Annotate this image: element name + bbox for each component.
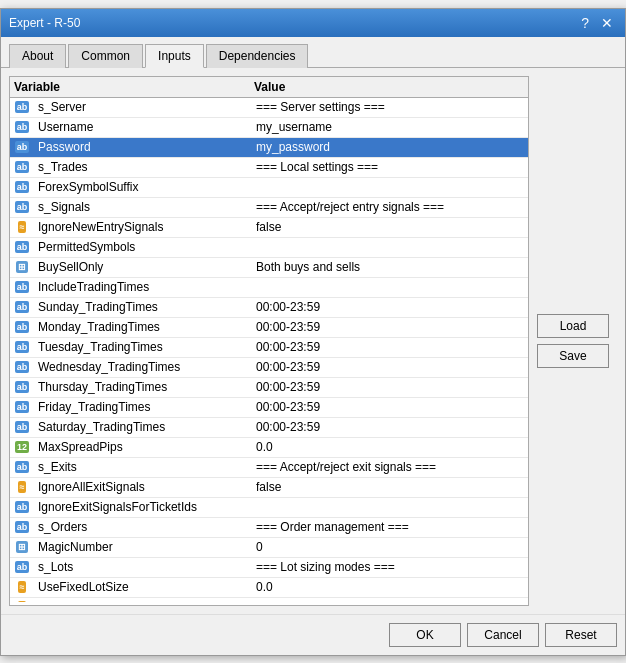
row-variable-name: IgnoreNewEntrySignals [34, 218, 252, 236]
save-button[interactable]: Save [537, 344, 609, 368]
tab-about[interactable]: About [9, 44, 66, 68]
row-variable-name: Monday_TradingTimes [34, 318, 252, 336]
table-row[interactable]: abPasswordmy_password [10, 138, 528, 158]
table-row[interactable]: abs_Trades=== Local settings === [10, 158, 528, 178]
row-variable-name: ForexSymbolSuffix [34, 178, 252, 196]
row-variable-name: IgnoreExitSignalsForTicketIds [34, 498, 252, 516]
title-controls: ? ✕ [577, 16, 617, 30]
table-header: Variable Value [10, 77, 528, 98]
row-variable-value [252, 245, 528, 249]
right-panel: Load Save [529, 76, 617, 606]
row-variable-name: s_Signals [34, 198, 252, 216]
row-variable-name: MaxSpreadPips [34, 438, 252, 456]
table-row[interactable]: ⊞BuySellOnlyBoth buys and sells [10, 258, 528, 278]
close-button[interactable]: ✕ [597, 16, 617, 30]
main-window: Expert - R-50 ? ✕ AboutCommonInputsDepen… [0, 8, 626, 656]
row-variable-value: 00:00-23:59 [252, 378, 528, 396]
help-button[interactable]: ? [577, 16, 593, 30]
row-variable-name: MagicNumber [34, 538, 252, 556]
row-variable-name: s_Trades [34, 158, 252, 176]
row-variable-value: 00:00-23:59 [252, 358, 528, 376]
row-variable-value: 1.0 [252, 598, 528, 602]
row-variable-value: 00:00-23:59 [252, 418, 528, 436]
row-variable-value: Both buys and sells [252, 258, 528, 276]
table-row[interactable]: abSaturday_TradingTimes00:00-23:59 [10, 418, 528, 438]
tab-dependencies[interactable]: Dependencies [206, 44, 309, 68]
row-variable-name: Username [34, 118, 252, 136]
row-variable-name: BuySellOnly [34, 258, 252, 276]
table-row[interactable]: ≈UseFixedLotSize0.0 [10, 578, 528, 598]
cancel-button[interactable]: Cancel [467, 623, 539, 647]
table-row[interactable]: abs_Exits=== Accept/reject exit signals … [10, 458, 528, 478]
row-variable-value [252, 285, 528, 289]
tab-bar: AboutCommonInputsDependencies [1, 37, 625, 68]
table-row[interactable]: abs_Lots=== Lot sizing modes === [10, 558, 528, 578]
row-variable-name: Friday_TradingTimes [34, 398, 252, 416]
col-variable: Variable [14, 80, 254, 94]
col-value: Value [254, 80, 524, 94]
row-variable-name: s_Lots [34, 558, 252, 576]
table-row[interactable]: abThursday_TradingTimes00:00-23:59 [10, 378, 528, 398]
row-variable-name: s_Orders [34, 518, 252, 536]
table-row[interactable]: abUsernamemy_username [10, 118, 528, 138]
row-variable-value: 00:00-23:59 [252, 398, 528, 416]
row-variable-value: my_username [252, 118, 528, 136]
main-layout: Variable Value abs_Server=== Server sett… [9, 76, 617, 606]
row-variable-value [252, 185, 528, 189]
table-row[interactable]: abForexSymbolSuffix [10, 178, 528, 198]
row-variable-name: Tuesday_TradingTimes [34, 338, 252, 356]
tab-inputs[interactable]: Inputs [145, 44, 204, 68]
table-row[interactable]: abs_Signals=== Accept/reject entry signa… [10, 198, 528, 218]
table-row[interactable]: ≈IgnoreAllExitSignalsfalse [10, 478, 528, 498]
row-variable-value: 0 [252, 538, 528, 556]
row-variable-name: IgnoreAllExitSignals [34, 478, 252, 496]
row-variable-value: === Local settings === [252, 158, 528, 176]
table-row[interactable]: abs_Orders=== Order management === [10, 518, 528, 538]
table-body[interactable]: abs_Server=== Server settings ===abUsern… [10, 98, 528, 602]
table-row[interactable]: abPermittedSymbols [10, 238, 528, 258]
table-row[interactable]: ⊞MagicNumber0 [10, 538, 528, 558]
row-variable-name: Password [34, 138, 252, 156]
row-variable-value: false [252, 478, 528, 496]
tab-common[interactable]: Common [68, 44, 143, 68]
row-variable-name: s_Server [34, 98, 252, 116]
row-variable-value: 00:00-23:59 [252, 298, 528, 316]
table-row[interactable]: abTuesday_TradingTimes00:00-23:59 [10, 338, 528, 358]
table-row[interactable]: abIncludeTradingTimes [10, 278, 528, 298]
reset-button[interactable]: Reset [545, 623, 617, 647]
title-bar: Expert - R-50 ? ✕ [1, 9, 625, 37]
row-variable-value: 0.0 [252, 438, 528, 456]
row-variable-value: === Lot sizing modes === [252, 558, 528, 576]
row-variable-value: false [252, 218, 528, 236]
ok-button[interactable]: OK [389, 623, 461, 647]
row-variable-value: === Order management === [252, 518, 528, 536]
table-row[interactable]: abFriday_TradingTimes00:00-23:59 [10, 398, 528, 418]
row-variable-value: === Accept/reject entry signals === [252, 198, 528, 216]
bottom-bar: OK Cancel Reset [1, 614, 625, 655]
table-row[interactable]: abWednesday_TradingTimes00:00-23:59 [10, 358, 528, 378]
table-container: Variable Value abs_Server=== Server sett… [9, 76, 529, 606]
row-variable-value [252, 505, 528, 509]
row-variable-value: 00:00-23:59 [252, 338, 528, 356]
table-wrapper: Variable Value abs_Server=== Server sett… [9, 76, 529, 606]
row-variable-name: Sunday_TradingTimes [34, 298, 252, 316]
row-variable-name: UseRiskFactor [34, 598, 252, 602]
row-variable-value: 0.0 [252, 578, 528, 596]
row-variable-name: PermittedSymbols [34, 238, 252, 256]
table-row[interactable]: abSunday_TradingTimes00:00-23:59 [10, 298, 528, 318]
table-row[interactable]: abMonday_TradingTimes00:00-23:59 [10, 318, 528, 338]
table-row[interactable]: ≈UseRiskFactor1.0 [10, 598, 528, 602]
table-row[interactable]: 12MaxSpreadPips0.0 [10, 438, 528, 458]
row-variable-name: IncludeTradingTimes [34, 278, 252, 296]
row-variable-name: s_Exits [34, 458, 252, 476]
row-variable-value: 00:00-23:59 [252, 318, 528, 336]
row-variable-name: UseFixedLotSize [34, 578, 252, 596]
content-area: Variable Value abs_Server=== Server sett… [1, 68, 625, 614]
row-variable-value: my_password [252, 138, 528, 156]
table-row[interactable]: ≈IgnoreNewEntrySignalsfalse [10, 218, 528, 238]
load-button[interactable]: Load [537, 314, 609, 338]
table-row[interactable]: abs_Server=== Server settings === [10, 98, 528, 118]
table-row[interactable]: abIgnoreExitSignalsForTicketIds [10, 498, 528, 518]
row-variable-name: Saturday_TradingTimes [34, 418, 252, 436]
window-title: Expert - R-50 [9, 16, 80, 30]
